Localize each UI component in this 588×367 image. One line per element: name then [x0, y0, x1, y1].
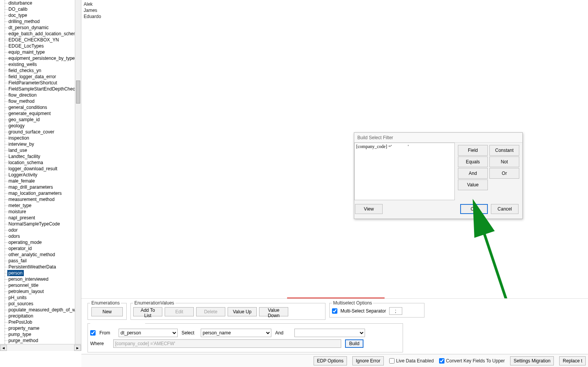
tree-item[interactable]: edge_batch_add_location_schem [2, 31, 81, 37]
tree-item[interactable]: equip_maint_type [2, 49, 81, 55]
add-to-list-button[interactable]: Add To List [133, 307, 162, 316]
tree-item[interactable]: location_schema [2, 160, 81, 166]
new-enumeration-button[interactable]: New [91, 307, 123, 316]
tree-item[interactable]: disturbance [2, 0, 81, 6]
tree-item[interactable]: geology [2, 123, 81, 129]
tree-item[interactable]: moisture [2, 209, 81, 215]
tree-item[interactable]: populate_measured_depth_of_we [2, 307, 81, 313]
settings-migration-button[interactable]: Settings Migration [510, 356, 554, 365]
tree-item[interactable]: PersistentWeatherData [2, 264, 81, 270]
value-up-button[interactable]: Value Up [228, 307, 257, 316]
scrollbar-track[interactable] [7, 345, 74, 351]
tree-item[interactable]: purge_schema [2, 344, 81, 344]
tree-item[interactable]: drilling_method [2, 18, 81, 25]
value-button[interactable]: Value [458, 179, 488, 190]
tree-item[interactable]: flow_direction [2, 92, 81, 98]
tree-scrollbar-horizontal[interactable]: ◂ ▸ [0, 344, 81, 351]
tree-item[interactable]: person [2, 270, 81, 276]
tree-item[interactable]: Landtec_facility [2, 153, 81, 160]
cancel-button[interactable]: Cancel [491, 204, 519, 214]
scroll-left-icon[interactable]: ◂ [0, 345, 7, 351]
multiselect-separator-input[interactable] [389, 307, 402, 315]
tree-item[interactable]: land_use [2, 147, 81, 153]
edit-button[interactable]: Edit [165, 307, 194, 316]
tree-item[interactable]: equipment_persistence_by_type [2, 55, 81, 61]
tree-scrollbar-vertical[interactable] [75, 0, 81, 344]
and-combo[interactable] [294, 329, 365, 337]
build-button[interactable]: Build [345, 339, 363, 348]
tree-item[interactable]: geo_sample_id [2, 117, 81, 123]
tree-item[interactable]: EDGE_CHECKBOX_YN [2, 37, 81, 43]
and-button[interactable]: And [458, 168, 488, 179]
tree-item[interactable]: field_checks_yn [2, 67, 81, 74]
or-button[interactable]: Or [489, 168, 519, 179]
live-data-checkbox[interactable] [389, 358, 395, 364]
tree-item[interactable]: PrePostJob [2, 319, 81, 325]
from-checkbox[interactable] [90, 330, 96, 336]
tree-item[interactable]: operating_mode [2, 239, 81, 245]
tree-item[interactable]: generate_equipment [2, 110, 81, 117]
tree-item[interactable]: NormalSampleTypeCode [2, 221, 81, 227]
tree-item[interactable]: dt_person_dynamic [2, 25, 81, 31]
tree-item[interactable]: pol_sources [2, 301, 81, 307]
tree-item-label: populate_measured_depth_of_we [8, 307, 79, 313]
tree-item[interactable]: ground_surface_cover [2, 129, 81, 135]
tree-item[interactable]: meter_type [2, 202, 81, 209]
tree-item[interactable]: male_female [2, 178, 81, 184]
not-button[interactable]: Not [489, 156, 519, 167]
scroll-right-icon[interactable]: ▸ [74, 345, 81, 351]
tree-item[interactable]: napl_present [2, 215, 81, 221]
tree-item[interactable]: odors [2, 233, 81, 239]
tree-item[interactable]: other_analytic_method [2, 252, 81, 258]
equals-button[interactable]: Equals [458, 156, 488, 167]
select-combo[interactable]: person_name [201, 329, 271, 337]
value-down-button[interactable]: Value Down [259, 307, 288, 316]
ok-button[interactable]: OK [460, 204, 488, 214]
view-button[interactable]: View [355, 204, 383, 214]
where-input[interactable] [113, 339, 341, 348]
tree-item[interactable]: map_location_parameters [2, 190, 81, 196]
filter-expression-textarea[interactable]: [company_code] =' ' [354, 143, 455, 200]
multiselect-checkbox[interactable] [332, 308, 337, 314]
constant-button[interactable]: Constant [489, 145, 519, 156]
tree-item[interactable]: pH_units [2, 295, 81, 301]
tree-item[interactable]: precipitation [2, 313, 81, 319]
tree-item-label: personnel_title [8, 283, 39, 288]
tree-item[interactable]: pass_fail [2, 258, 81, 264]
tree-item[interactable]: interview_by [2, 141, 81, 147]
tree-item[interactable]: measurement_method [2, 196, 81, 202]
convert-upper-checkbox[interactable] [439, 358, 444, 364]
from-combo[interactable]: dt_person [119, 329, 178, 337]
tree-item[interactable]: map_drill_parameters [2, 184, 81, 190]
live-data-checkbox-label[interactable]: Live Data Enabled [389, 358, 434, 364]
tree-item[interactable]: field_logger_data_error [2, 74, 81, 80]
tree-item[interactable]: pump_type [2, 331, 81, 337]
tree-item[interactable]: flow_method [2, 98, 81, 104]
ignore-error-button[interactable]: Ignore Error [352, 356, 384, 365]
tree-item[interactable]: property_name [2, 325, 81, 331]
edp-options-button[interactable]: EDP Options [314, 356, 347, 365]
convert-upper-checkbox-label[interactable]: Convert Key Fields To Upper [439, 358, 505, 364]
tree-item[interactable]: EDGE_LocTypes [2, 43, 81, 49]
tree-item[interactable]: existing_wells [2, 61, 81, 67]
tree-list[interactable]: disturbanceDO_calibdoc_typedrilling_meth… [0, 0, 81, 344]
multiselect-legend: Multiselect Options [332, 300, 373, 306]
tree-item[interactable]: DO_calib [2, 6, 81, 12]
tree-item[interactable]: operator_id [2, 245, 81, 252]
tree-item[interactable]: purge_method [2, 337, 81, 344]
tree-item[interactable]: general_conditions [2, 104, 81, 110]
replace-button[interactable]: Replace t [559, 356, 586, 365]
tree-item[interactable]: person_interviewed [2, 276, 81, 282]
tree-item[interactable]: personnel_title [2, 282, 81, 288]
scrollbar-thumb[interactable] [76, 81, 80, 104]
field-button[interactable]: Field [458, 145, 488, 156]
delete-button[interactable]: Delete [196, 307, 225, 316]
tree-item[interactable]: odor [2, 227, 81, 233]
tree-item[interactable]: inspection [2, 135, 81, 141]
tree-item[interactable]: logger_download_result [2, 166, 81, 172]
tree-item[interactable]: doc_type [2, 12, 81, 18]
tree-item[interactable]: petroleum_layout [2, 288, 81, 295]
tree-item[interactable]: FieldSampleStartEndDepthCheck [2, 86, 81, 92]
tree-item[interactable]: FieldParameterShortcut [2, 80, 81, 86]
tree-item[interactable]: LoggerActivity [2, 172, 81, 178]
